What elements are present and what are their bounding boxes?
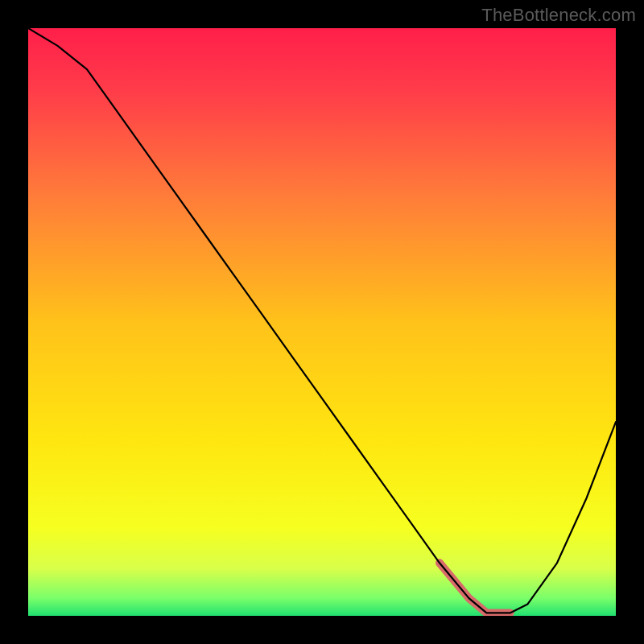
chart-svg — [28, 28, 616, 616]
gradient-background — [28, 28, 616, 616]
watermark-text: TheBottleneck.com — [481, 5, 636, 26]
plot-area — [28, 28, 616, 616]
chart-frame: TheBottleneck.com — [0, 0, 644, 644]
